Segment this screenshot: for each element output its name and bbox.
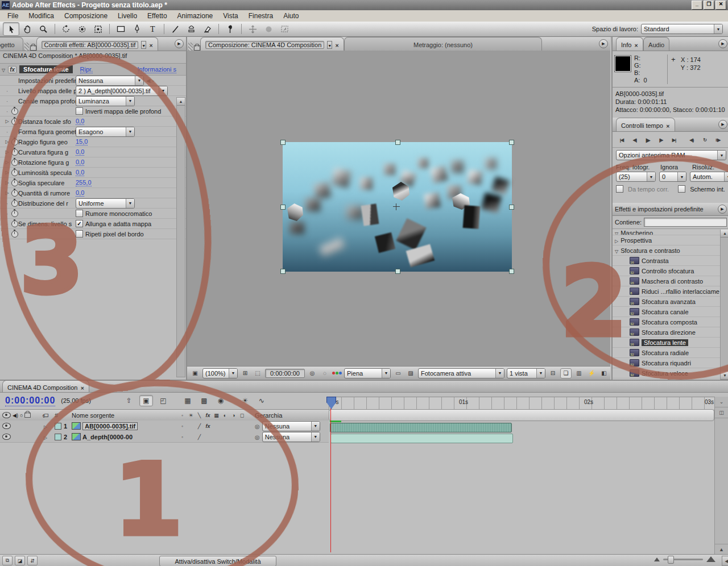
layer-visibility-icon[interactable] (2, 434, 11, 440)
layer-duration-bar-2[interactable] (330, 434, 513, 443)
row-expander-icon[interactable] (3, 180, 11, 185)
effect-play-link[interactable]: Ripr. (80, 66, 93, 73)
framerate-dropdown[interactable]: (25) (616, 172, 656, 182)
selection-handle[interactable] (509, 205, 514, 210)
selection-handle[interactable] (509, 140, 514, 145)
selection-handle[interactable] (280, 140, 286, 145)
current-view-icon[interactable]: ❏ (560, 368, 572, 378)
tab-time-controls[interactable]: Controlli tempo (616, 118, 675, 131)
parent-column-header[interactable]: Gerarchia (248, 412, 329, 419)
shy-switch-icon[interactable]: ◦ (179, 413, 186, 418)
frame-blend-switch-icon[interactable]: ▦ (213, 413, 220, 418)
pen-tool-icon[interactable] (129, 23, 144, 35)
zoom-out-icon[interactable] (654, 557, 660, 561)
repeat-edge-pixels-checkbox[interactable] (76, 230, 83, 238)
specular-brightness-value[interactable]: 0,0 (76, 169, 84, 176)
quality-switch[interactable]: ╱ (196, 423, 203, 429)
region-of-interest-icon[interactable]: ⬚ (253, 369, 263, 378)
stretch-map-checkbox[interactable] (76, 220, 83, 227)
row-expander-icon[interactable] (3, 119, 11, 124)
layer-duration-bar-1[interactable] (330, 423, 512, 432)
zoom-slider-thumb[interactable] (668, 556, 674, 564)
menu-view[interactable]: Vista (218, 11, 243, 21)
audio-column-icon[interactable]: ◀) (13, 413, 18, 418)
motion-blur-switch-icon[interactable]: ◐ (221, 413, 229, 418)
tab-dropdown-arrow-icon[interactable] (327, 41, 332, 49)
puppet-pin-tool-icon[interactable] (222, 23, 238, 35)
ram-preview-options-dropdown[interactable]: Opzioni anteprima RAM (616, 150, 726, 160)
panel-menu-icon[interactable] (718, 205, 727, 214)
effect-name[interactable]: Sfocatura lente (19, 65, 72, 73)
noise-distribution-dropdown[interactable]: Uniforme (76, 198, 135, 209)
layer-color-chip[interactable] (55, 423, 61, 430)
quality-switch[interactable]: ╱ (196, 434, 203, 440)
effect-item[interactable]: 32Sfocatura riquadri (613, 358, 721, 368)
parent-pickwhip-icon[interactable] (255, 423, 260, 430)
solo-column-icon[interactable]: ○ (20, 413, 23, 418)
expand-transfer-icon[interactable]: ⇵ (27, 556, 38, 565)
tab-effect-controls[interactable]: Controlli effetti: AB[0000-0035].tif (36, 37, 158, 51)
scroll-left-icon[interactable]: ◀ (722, 556, 728, 566)
brush-tool-icon[interactable] (168, 23, 183, 35)
menu-help[interactable]: Aiuto (278, 11, 304, 21)
effect-item[interactable]: 16Contrasta (613, 256, 721, 266)
effects-search-input[interactable] (644, 218, 727, 227)
ram-preview-icon[interactable]: ‖▶ (712, 135, 723, 144)
from-current-time-checkbox[interactable] (616, 185, 623, 193)
tab-composition[interactable]: Composizione: CINEMA 4D Composition (200, 37, 344, 51)
stopwatch-icon[interactable] (11, 190, 18, 197)
iris-curvature-value[interactable]: 0,0 (76, 148, 84, 156)
fx-switch[interactable]: fx (204, 423, 212, 429)
clone-stamp-tool-icon[interactable] (184, 23, 199, 35)
invert-depth-checkbox[interactable] (76, 107, 83, 115)
number-column-header[interactable]: # (52, 412, 72, 419)
effect-item[interactable]: 32Sfocatura direzione (613, 327, 721, 338)
selection-handle[interactable] (280, 269, 286, 274)
magnification-dropdown[interactable]: (100%) (202, 368, 238, 378)
tab-project[interactable]: ogetto (0, 37, 23, 51)
always-preview-icon[interactable]: ▣ (190, 369, 200, 378)
scroll-down-icon[interactable] (721, 372, 728, 380)
safe-margins-icon[interactable]: ⊞ (240, 369, 250, 378)
skip-dropdown[interactable]: 0 (659, 172, 686, 182)
effect-info-link[interactable]: Informazioni s (138, 66, 176, 73)
depth-layer-dropdown[interactable]: 2 ) A_depth[0000-0035].tif (76, 86, 168, 96)
minimize-button[interactable]: _ (692, 1, 702, 10)
workspace-dropdown[interactable]: Standard (641, 24, 723, 34)
menu-layer[interactable]: Livello (113, 11, 142, 21)
audio-icon[interactable]: ◀) (686, 135, 697, 144)
stopwatch-icon[interactable] (11, 220, 18, 227)
effect-item[interactable]: 16Maschera di contrasto (613, 276, 721, 286)
row-expander-icon[interactable] (3, 139, 11, 144)
stopwatch-icon[interactable] (11, 200, 18, 207)
menu-edit[interactable]: Modifica (23, 11, 59, 21)
shy-switch[interactable]: ◦ (179, 423, 186, 429)
selection-handle[interactable] (395, 140, 400, 145)
pan-behind-tool-icon[interactable] (90, 23, 106, 35)
scroll-up-icon[interactable] (177, 98, 185, 106)
world-axis-mode-icon[interactable] (261, 23, 276, 35)
stopwatch-icon[interactable] (11, 180, 18, 186)
iris-rotation-value[interactable]: 0,0 (76, 159, 84, 166)
preset-prev-next-icons[interactable]: ◀▷ (146, 78, 154, 84)
effect-item[interactable]: 32Sfocatura veloce (613, 368, 721, 378)
draft-3d-icon[interactable]: ▣ (139, 395, 153, 406)
panel-menu-icon[interactable] (718, 39, 727, 48)
effect-controls-scrollbar[interactable] (176, 97, 185, 377)
tab-audio[interactable]: Audio (643, 37, 669, 51)
scroll-up-icon[interactable] (721, 230, 728, 238)
close-button[interactable]: ✕ (715, 1, 726, 10)
iris-shape-dropdown[interactable]: Esagono (76, 127, 135, 137)
snapshot-icon[interactable]: ◎ (307, 369, 317, 378)
layer-name[interactable]: A_depth[0000-00 (82, 434, 133, 440)
lock-icon[interactable] (194, 45, 200, 51)
focal-distance-value[interactable]: 0,0 (76, 118, 84, 125)
row-expander-icon[interactable] (3, 170, 11, 175)
tab-timeline-composition[interactable]: CINEMA 4D Composition (2, 380, 89, 392)
parent-pickwhip-icon[interactable] (255, 434, 260, 440)
shy-layers-icon[interactable]: ◰ (157, 396, 169, 406)
label-column-icon[interactable]: 🏷 (39, 412, 52, 419)
effect-item[interactable]: 32Sfocatura radiale (613, 348, 721, 358)
go-to-start-icon[interactable]: |◀ (616, 135, 627, 144)
frame-blending-icon[interactable]: ▦ (181, 396, 194, 406)
